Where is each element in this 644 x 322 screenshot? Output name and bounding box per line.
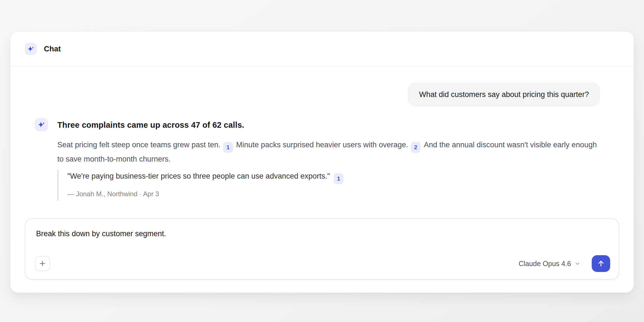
citation-badge[interactable]: 2 [411,142,420,153]
user-message-row: What did customers say about pricing thi… [408,82,600,106]
chat-sparkle-badge [25,43,37,55]
chat-window: Chat What did customers say about pricin… [10,32,634,293]
chevron-down-icon [574,261,581,267]
quote-text: "We're paying business-tier prices so th… [67,172,343,184]
composer-toolbar: Claude Opus 4.6 [35,255,610,272]
chat-header: Chat [10,32,634,67]
attach-button[interactable] [35,256,50,271]
quote-block: "We're paying business-tier prices so th… [57,170,343,201]
chat-title: Chat [44,45,61,53]
quote-attribution: — Jonah M., Northwind · Apr 3 [67,190,343,198]
sparkle-icon [27,45,34,53]
send-button[interactable] [592,255,610,272]
assistant-heading: Three complaints came up across 47 of 62… [57,120,244,130]
assistant-paragraph: Seat pricing felt steep once teams grew … [57,138,602,165]
citation-badge[interactable]: 1 [334,173,343,184]
paragraph-text: Minute packs surprised heavier users wit… [236,141,408,149]
model-label: Claude Opus 4.6 [518,260,571,268]
citation-badge[interactable]: 1 [223,142,233,153]
assistant-sparkle-badge [35,118,48,131]
sparkle-icon [37,121,45,129]
paragraph-text: Seat pricing felt steep once teams grew … [57,141,221,149]
plus-icon [39,260,46,267]
model-selector[interactable]: Claude Opus 4.6 [518,260,581,268]
quote-text-content: "We're paying business-tier prices so th… [67,172,330,180]
composer: Break this down by customer segment. Cla… [25,218,619,280]
composer-right-controls: Claude Opus 4.6 [518,255,610,272]
user-message-bubble: What did customers say about pricing thi… [408,82,600,106]
arrow-up-icon [597,259,605,268]
composer-input[interactable]: Break this down by customer segment. [36,229,608,238]
